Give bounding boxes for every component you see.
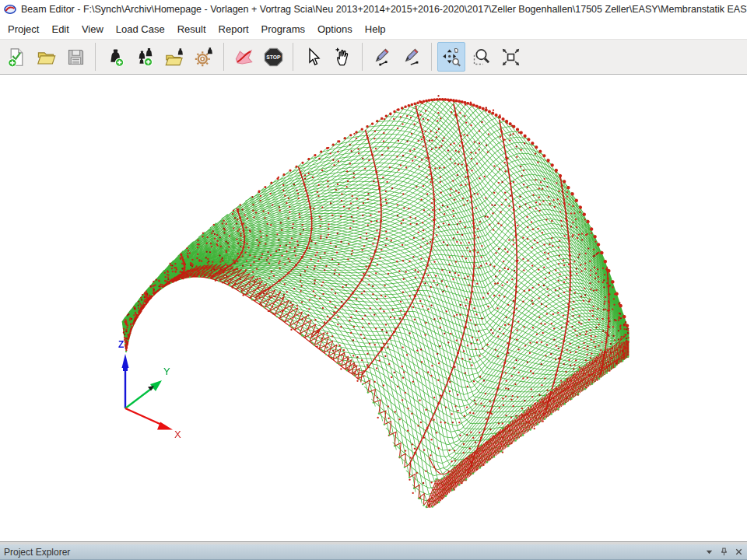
zoom-window-tool-button[interactable] (467, 42, 495, 72)
zoom-window-icon (471, 47, 492, 68)
menu-item-result[interactable]: Result (171, 21, 212, 37)
menu-item-report[interactable]: Report (212, 21, 255, 37)
menu-item-options[interactable]: Options (311, 21, 359, 37)
save-floppy-icon (65, 47, 86, 68)
stop-calculation-button[interactable]: STOP (259, 42, 287, 72)
model-viewport[interactable]: Z Y X (0, 75, 747, 541)
cursor-arrow-icon (303, 47, 324, 68)
menu-item-load-case[interactable]: Load Case (110, 21, 171, 37)
membrane-tool-button[interactable] (230, 42, 258, 72)
panel-menu-button[interactable] (703, 546, 715, 558)
membrane-mesh-canvas[interactable] (0, 75, 747, 541)
save-project-button[interactable] (61, 42, 89, 72)
pin-icon (720, 548, 728, 556)
menu-item-edit[interactable]: Edit (45, 21, 75, 37)
panel-title: Project Explorer (0, 547, 703, 558)
menu-item-view[interactable]: View (75, 21, 110, 37)
pencil-line-icon (402, 47, 423, 68)
svg-text:STOP: STOP (266, 54, 281, 59)
toolbar-separator (293, 43, 293, 71)
chevron-down-icon (705, 548, 714, 556)
open-project-button[interactable] (32, 42, 60, 72)
draw-polyline-button[interactable] (368, 42, 396, 72)
toolbar-separator (95, 43, 96, 71)
add-load-cases-button[interactable] (131, 42, 159, 72)
close-icon (735, 548, 743, 556)
window-title: Beam Editor - F:\Synch\Archiv\Homepage -… (21, 4, 747, 15)
menu-bar: Project Edit View Load Case Result Repor… (0, 19, 747, 39)
stop-sign-icon: STOP (263, 47, 284, 68)
pin-panel-button[interactable] (717, 546, 730, 558)
toolbar-separator (431, 43, 432, 71)
draw-line-button[interactable] (398, 42, 426, 72)
close-panel-button[interactable] (732, 546, 745, 558)
select-tool-button[interactable] (299, 42, 327, 72)
add-load-case-button[interactable] (101, 42, 129, 72)
beam-editor-window: Beam Editor - F:\Synch\Archiv\Homepage -… (0, 0, 747, 560)
menu-item-project[interactable]: Project (2, 21, 45, 37)
weights-plus-icon (135, 47, 156, 68)
toolbar: STOP (0, 39, 747, 75)
new-document-icon (6, 47, 27, 68)
zoom-extents-tool-button[interactable] (496, 42, 524, 72)
open-folder-icon (36, 47, 57, 68)
orbit-navigate-icon (441, 47, 462, 68)
pan-tool-button[interactable] (328, 42, 356, 72)
load-case-settings-button[interactable] (190, 42, 218, 72)
gear-weight-icon (194, 47, 215, 68)
pan-hand-icon (332, 47, 353, 68)
weight-plus-icon (105, 47, 126, 68)
orbit-zoom-tool-button[interactable] (437, 42, 465, 72)
folder-weight-icon (164, 47, 185, 68)
pencil-polyline-icon (372, 47, 393, 68)
toolbar-separator (362, 43, 363, 71)
membrane-patch-icon (233, 47, 254, 68)
menu-item-programs[interactable]: Programs (255, 21, 311, 37)
new-project-button[interactable] (2, 42, 30, 72)
project-explorer-header: Project Explorer (0, 544, 747, 560)
app-logo-icon (4, 3, 16, 16)
toolbar-separator (223, 43, 224, 71)
title-bar[interactable]: Beam Editor - F:\Synch\Archiv\Homepage -… (0, 0, 747, 19)
menu-item-help[interactable]: Help (359, 21, 392, 37)
zoom-extents-icon (500, 47, 521, 68)
open-load-case-button[interactable] (160, 42, 188, 72)
